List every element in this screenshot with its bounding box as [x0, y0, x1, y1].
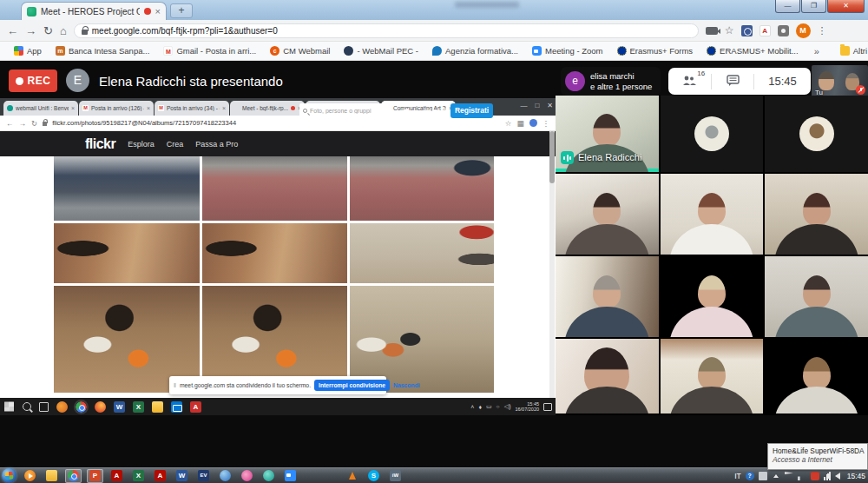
chrome-icon[interactable] [68, 470, 79, 481]
album-photo[interactable] [54, 223, 200, 283]
selfview-tile[interactable]: Tu [812, 65, 868, 98]
shared-tab-inbox-34[interactable]: M Posta in arrivo (34) - el... × [155, 101, 229, 116]
close-icon[interactable]: × [222, 105, 226, 111]
extensions-icon[interactable]: ▦ [516, 119, 523, 128]
profile-avatar[interactable] [529, 119, 537, 127]
album-photo[interactable] [54, 156, 200, 221]
extensions-puzzle-icon[interactable] [778, 25, 789, 36]
app-teal-icon[interactable] [263, 470, 274, 481]
participant-tile[interactable] [661, 174, 764, 255]
home-icon[interactable]: ⌂ [60, 25, 67, 36]
bookmark-webmail-pec[interactable]: - WebMail PEC - [339, 43, 424, 59]
minimize-button[interactable]: — [520, 98, 527, 114]
zoom-icon[interactable] [285, 470, 296, 481]
device-icon[interactable] [759, 472, 767, 480]
participant-tile[interactable] [556, 174, 659, 255]
close-icon[interactable]: × [71, 105, 75, 111]
flickr-search-box[interactable] [299, 103, 391, 118]
mic-tray-icon[interactable]: ♦ [478, 404, 482, 410]
help-icon[interactable]: ? [746, 472, 754, 480]
back-icon[interactable]: ← [7, 25, 18, 36]
reload-icon[interactable]: ↻ [31, 119, 37, 128]
network-icon[interactable] [798, 472, 806, 480]
start-icon[interactable] [3, 401, 15, 413]
acrobat-icon[interactable]: A [155, 470, 166, 481]
chat-button[interactable] [727, 74, 740, 89]
shared-tab-inbox-126[interactable]: M Posta in arrivo (126) - ... × [79, 101, 154, 116]
forward-icon[interactable]: → [25, 25, 36, 36]
participant-tile-avatar[interactable] [765, 96, 868, 172]
shared-url-text[interactable]: flickr.com/photos/95198217@N04/albums/72… [52, 119, 500, 127]
other-bookmarks-folder[interactable]: Altri Preferiti [835, 43, 868, 59]
signup-button[interactable]: Registrati [450, 103, 493, 118]
upload-cloud-icon[interactable]: ☁ [400, 103, 411, 116]
participant-tile[interactable] [556, 256, 659, 337]
mail-icon[interactable] [171, 401, 182, 413]
browser-menu-icon[interactable]: ⋮ [818, 25, 827, 36]
roster-pill[interactable]: e elisa marchi e altre 1 persone [561, 67, 661, 96]
back-icon[interactable]: ← [6, 119, 14, 128]
excel-icon[interactable]: X [133, 470, 144, 481]
hide-notification-link[interactable]: Nascondi [393, 382, 420, 388]
app-blue-icon[interactable] [220, 470, 231, 481]
language-indicator[interactable]: IT [734, 472, 741, 480]
maximize-button[interactable]: □ [535, 98, 539, 114]
stop-sharing-button[interactable]: Interrompi condivisione [314, 380, 390, 391]
browser-tab-meet[interactable]: Meet - HEROES Project ONLI × [21, 2, 167, 20]
skype-icon[interactable]: S [368, 470, 379, 481]
tray-expand-icon[interactable] [772, 472, 780, 480]
file-explorer-icon[interactable] [152, 401, 163, 413]
bookmark-erasmus-forms[interactable]: Erasmus+ Forms [612, 43, 699, 59]
vlc-icon[interactable] [346, 470, 358, 481]
app-pink-icon[interactable] [241, 470, 253, 481]
flickr-nav-pro[interactable]: Passa a Pro [195, 140, 238, 149]
powerpoint-icon[interactable]: P [89, 470, 101, 481]
bookmark-gmail[interactable]: M Gmail - Posta in arri... [158, 43, 261, 59]
word-icon[interactable]: W [114, 401, 125, 413]
browser-menu-icon[interactable]: ⋮ [542, 119, 550, 128]
close-icon[interactable]: × [147, 105, 150, 111]
shared-tab-meet[interactable]: Meet - bqf-ftjk-rp... × [230, 101, 305, 116]
bookmark-cm-webmail[interactable]: c CM Webmail [265, 43, 335, 59]
bookmark-zoom[interactable]: Meeting - Zoom [527, 43, 608, 59]
participant-tile[interactable] [661, 339, 764, 414]
file-explorer-icon[interactable] [46, 470, 57, 481]
task-view-icon[interactable] [39, 402, 49, 412]
apps-shortcut[interactable]: App [9, 43, 47, 59]
action-center-icon[interactable] [543, 403, 552, 411]
participant-tile[interactable] [765, 339, 868, 414]
bookmark-erasmus-mobilit[interactable]: ERASMUS+ Mobilit... [701, 43, 804, 59]
chrome-icon[interactable] [76, 401, 87, 413]
close-tab-icon[interactable]: × [155, 6, 161, 17]
alert-icon[interactable] [811, 472, 819, 480]
bookmark-star-icon[interactable]: ☆ [725, 24, 734, 36]
bookmark-star-icon[interactable]: ☆ [505, 119, 512, 128]
participant-tile[interactable] [765, 256, 868, 337]
shared-clock[interactable]: 15:45 16/07/2020 [515, 401, 539, 413]
excel-icon[interactable]: X [133, 401, 144, 413]
volume-icon[interactable]: ◁) [504, 403, 511, 410]
new-tab-button[interactable]: + [170, 3, 193, 18]
media-player-icon[interactable] [24, 470, 36, 481]
tray-chevron-icon[interactable]: ˄ [470, 404, 474, 410]
word-icon[interactable]: W [176, 470, 187, 481]
search-icon[interactable] [23, 402, 31, 411]
app-iw-icon[interactable]: iW [390, 470, 401, 481]
bookmarks-overflow-chevron[interactable]: » [811, 46, 823, 56]
pdf-extension-icon[interactable]: A [760, 25, 771, 36]
app-ev-icon[interactable]: EV [198, 470, 209, 481]
participant-tile-elena[interactable]: Elena Radicchi [556, 96, 659, 172]
address-bar[interactable]: meet.google.com/bqf-ftjk-rpm?pli=1&authu… [74, 23, 699, 38]
participant-tile-avatar[interactable] [661, 96, 764, 172]
adobe-reader-icon[interactable]: A [111, 470, 122, 481]
login-link[interactable]: Accedi [423, 107, 446, 116]
close-button[interactable]: ✕ [547, 98, 553, 114]
network-icon[interactable]: ⌔ [496, 403, 500, 410]
search-input[interactable] [310, 108, 385, 114]
shared-tab-webmail[interactable]: webmail Unifi : Benve... × [3, 101, 78, 116]
participant-tile[interactable] [765, 174, 868, 255]
action-flag-icon[interactable] [785, 472, 793, 480]
volume-icon[interactable] [835, 473, 840, 480]
camera-icon[interactable] [706, 27, 718, 35]
clock-extension-icon[interactable] [741, 25, 753, 36]
